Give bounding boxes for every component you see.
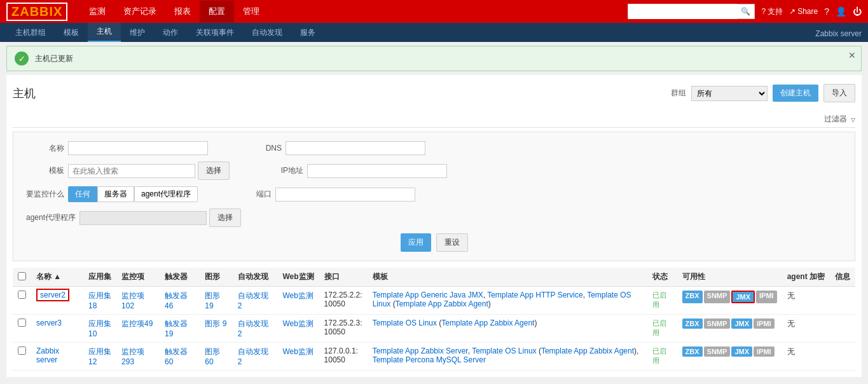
table-row: server2 应用集18 监控项 102 触发器 46 图形 19 自动发现 …	[13, 287, 855, 315]
import-btn[interactable]: 导入	[823, 84, 855, 102]
web-col-label: Web监测	[282, 272, 313, 281]
subnav-services[interactable]: 服务	[291, 24, 324, 42]
row1-template4-link[interactable]: Template App Zabbix Agent	[396, 299, 488, 308]
nav-monitor[interactable]: 监测	[80, 1, 114, 22]
row2-discovery-link[interactable]: 自动发现 2	[238, 319, 268, 338]
nav-reports[interactable]: 报表	[165, 1, 200, 22]
subnav-maintenance[interactable]: 维护	[121, 24, 154, 42]
row3-items-link[interactable]: 监控项 293	[121, 347, 144, 366]
row3-template3-link[interactable]: Template App Zabbix Agent	[541, 346, 634, 355]
row1-template2-link[interactable]: Template App HTTP Service	[487, 291, 583, 299]
row3-template2-link[interactable]: Template OS Linux	[472, 346, 536, 355]
row1-items-link[interactable]: 监控项 102	[121, 291, 144, 310]
row3-triggers-link[interactable]: 触发器 60	[165, 347, 188, 366]
subnav-hosts[interactable]: 主机	[88, 22, 121, 42]
agent-select-btn[interactable]: 选择	[209, 209, 241, 227]
subnav-autodiscovery[interactable]: 自动发现	[243, 24, 291, 42]
row1-web-link[interactable]: Web监测	[282, 291, 313, 300]
row1-status[interactable]: 已启用	[652, 291, 666, 308]
row1-graphs-link[interactable]: 图形 19	[205, 291, 220, 310]
row2-name-link[interactable]: server3	[36, 319, 62, 327]
select-all-checkbox[interactable]	[18, 272, 26, 280]
row1-graphs-cell: 图形 19	[200, 287, 232, 315]
row3-status[interactable]: 已启用	[652, 347, 666, 364]
help-icon[interactable]: ?	[824, 6, 829, 17]
row3-template4-link[interactable]: Template Percona MySQL Server	[373, 355, 486, 364]
logo[interactable]: ZABBIX	[6, 3, 67, 21]
dns-filter-input[interactable]	[286, 141, 425, 155]
monitor-any-btn[interactable]: 任何	[68, 186, 97, 202]
col-name[interactable]: 名称 ▲	[31, 268, 83, 287]
row1-triggers-link[interactable]: 触发器 46	[165, 291, 188, 310]
monitor-agent-btn[interactable]: agent代理程序	[134, 186, 198, 202]
row3-graphs-link[interactable]: 图形 60	[205, 347, 220, 366]
subnav-templates[interactable]: 模板	[55, 24, 88, 42]
template-filter-input[interactable]	[68, 164, 195, 178]
row3-checkbox[interactable]	[18, 346, 26, 355]
filter-port-group: 端口	[233, 188, 415, 202]
agent-filter-label: agent代理程序	[26, 212, 76, 223]
row2-checkbox-cell	[13, 315, 31, 343]
share-btn[interactable]: ↗ Share	[789, 7, 818, 16]
row1-discovery-link[interactable]: 自动发现 2	[238, 291, 268, 310]
row2-discovery-cell: 自动发现 2	[233, 315, 278, 343]
row2-checkbox[interactable]	[18, 319, 26, 327]
status-col-label: 状态	[652, 272, 668, 281]
subnav-actions[interactable]: 动作	[154, 24, 187, 42]
nav-admin[interactable]: 管理	[234, 1, 268, 22]
row2-triggers-link[interactable]: 触发器 19	[165, 319, 188, 338]
row2-status[interactable]: 已启用	[652, 319, 666, 336]
template-col-label: 模板	[373, 272, 388, 281]
create-host-btn[interactable]: 创建主机	[773, 85, 818, 102]
user-icon[interactable]: 👤	[836, 6, 846, 17]
table-row: server3 应用集10 监控项49 触发器 19 图形 9 自动发现 2	[13, 315, 855, 343]
row3-name-link[interactable]: Zabbix server	[36, 346, 59, 364]
subnav-hostgroups[interactable]: 主机群组	[6, 24, 55, 42]
agent-filter-input[interactable]	[79, 211, 207, 225]
name-filter-input[interactable]	[68, 141, 208, 155]
global-search-input[interactable]	[628, 4, 737, 19]
filter-name-group: 名称	[26, 141, 208, 155]
reset-filter-btn[interactable]: 重设	[436, 233, 468, 252]
table-header-row: 名称 ▲ 应用集 监控项 触发器 图形 自动发现 Web监测	[13, 268, 855, 287]
row2-apps-link[interactable]: 应用集10	[88, 319, 111, 338]
row3-templates-cell: Template App Zabbix Server, Template OS …	[368, 343, 648, 371]
row1-apps-link[interactable]: 应用集18	[88, 291, 111, 310]
items-col-label: 监控项	[121, 272, 144, 281]
search-icon[interactable]: 🔍	[737, 7, 754, 16]
row1-name-link[interactable]: server2	[36, 289, 69, 301]
filter-icon[interactable]: ▿	[851, 114, 855, 125]
support-btn[interactable]: ? 支持	[761, 6, 783, 17]
group-select[interactable]: 所有	[691, 86, 768, 101]
port-filter-input[interactable]	[275, 188, 415, 202]
nav-assets[interactable]: 资产记录	[114, 1, 165, 22]
row1-snmp-badge: SNMP	[704, 291, 731, 303]
info-col-label: 信息	[835, 272, 850, 281]
template-select-btn[interactable]: 选择	[198, 161, 230, 180]
row3-web-link[interactable]: Web监测	[282, 347, 313, 356]
row2-items-link[interactable]: 监控项49	[121, 319, 153, 328]
row3-web-cell: Web监测	[277, 343, 319, 371]
row1-template1-link[interactable]: Template App Generic Java JMX	[373, 291, 483, 299]
row1-status-cell: 已启用	[647, 287, 677, 315]
row2-encryption-cell: 无	[782, 315, 830, 343]
row2-web-link[interactable]: Web监测	[282, 319, 313, 328]
ip-filter-input[interactable]	[307, 164, 447, 178]
row1-availability-cell: ZBX SNMP JMX IPMI	[677, 287, 782, 315]
row2-template1-link[interactable]: Template OS Linux	[373, 319, 437, 327]
row3-discovery-link[interactable]: 自动发现 2	[238, 347, 268, 366]
filter-monitor-group: 要监控什么 任何 服务器 agent代理程序	[26, 186, 198, 202]
power-icon[interactable]: ⏻	[853, 6, 862, 17]
row3-apps-link[interactable]: 应用集12	[88, 347, 111, 366]
apply-filter-btn[interactable]: 应用	[401, 233, 431, 252]
close-message-btn[interactable]: ✕	[848, 50, 856, 60]
nav-config[interactable]: 配置	[200, 1, 234, 22]
row1-ipmi-badge: IPMI	[756, 291, 777, 303]
row3-template1-link[interactable]: Template App Zabbix Server	[373, 346, 468, 355]
subnav-correvents[interactable]: 关联项事件	[187, 24, 243, 42]
row3-interface: 127.0.0.1:10050	[324, 346, 358, 364]
row2-graphs-link[interactable]: 图形 9	[205, 319, 226, 328]
monitor-server-btn[interactable]: 服务器	[97, 186, 134, 202]
row1-checkbox[interactable]	[18, 291, 26, 299]
row2-template2-link[interactable]: Template App Zabbix Agent	[441, 319, 534, 327]
